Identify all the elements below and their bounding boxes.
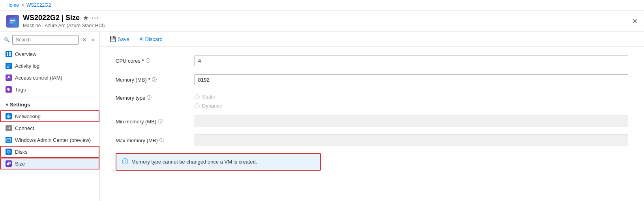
cpu-cores-label-text: CPU cores [116, 58, 140, 64]
save-button[interactable]: 💾 Save [108, 35, 131, 43]
connect-icon [6, 125, 12, 131]
search-clear-button[interactable]: ✕ [81, 36, 88, 43]
sidebar-item-access-control[interactable]: Access control (IAM) [0, 72, 99, 84]
memory-required-star: * [148, 77, 150, 83]
save-icon: 💾 [109, 36, 116, 42]
min-memory-input [195, 115, 628, 127]
page-header: WS2022G2 | Size ★ ··· Machine - Azure Ar… [0, 11, 644, 32]
cpu-cores-row: CPU cores * ⓘ [116, 54, 628, 67]
static-label: Static [202, 94, 215, 100]
min-memory-row: Min memory (MB) ⓘ [116, 115, 628, 128]
overview-icon [6, 51, 12, 57]
sidebar: 🔍 ✕ « Overview Activity [0, 32, 100, 201]
memory-mb-label-text: Memory (MB) [116, 77, 147, 83]
info-banner: ⓘ Memory type cannot be changed once a V… [116, 153, 321, 171]
info-banner-icon: ⓘ [122, 158, 128, 166]
save-label: Save [118, 36, 129, 42]
sidebar-item-tags[interactable]: Tags [0, 84, 99, 95]
resource-icon [6, 15, 19, 28]
header-subtitle: Machine - Azure Arc (Azure Stack HCI) [23, 23, 638, 28]
max-memory-label: Max memory (MB) ⓘ [116, 137, 195, 144]
cpu-required-star: * [142, 58, 144, 64]
activity-log-icon [6, 63, 12, 69]
settings-label: Settings [10, 102, 30, 108]
sidebar-item-label-activity-log: Activity log [15, 63, 39, 69]
max-memory-row: Max memory (MB) ⓘ [116, 134, 628, 147]
discard-icon: ✕ [139, 36, 144, 42]
svg-rect-18 [8, 162, 11, 164]
sidebar-item-label-disks: Disks [15, 149, 28, 155]
sidebar-item-label-connect: Connect [15, 125, 34, 131]
form-content: CPU cores * ⓘ Memory (MB) * ⓘ [100, 47, 644, 201]
cpu-cores-label: CPU cores * ⓘ [116, 58, 195, 64]
sidebar-item-overview[interactable]: Overview [0, 48, 99, 60]
memory-type-label: Memory type ⓘ [116, 94, 195, 101]
close-button[interactable]: ✕ [632, 17, 638, 26]
sidebar-item-connect[interactable]: Connect [0, 122, 99, 134]
svg-rect-14 [7, 138, 11, 141]
svg-rect-0 [9, 18, 16, 24]
svg-rect-5 [7, 54, 8, 56]
sidebar-divider [0, 97, 99, 97]
wac-icon [6, 137, 12, 143]
dynamic-radio[interactable] [195, 103, 200, 108]
sidebar-item-networking[interactable]: Networking [0, 110, 99, 122]
svg-rect-6 [9, 54, 11, 56]
toolbar: 💾 Save ✕ Discard [100, 32, 644, 47]
memory-mb-input[interactable] [195, 74, 628, 85]
header-text: WS2022G2 | Size ★ ··· Machine - Azure Ar… [23, 14, 638, 28]
breadcrumb-home[interactable]: Home [6, 2, 19, 8]
discard-label: Discard [145, 36, 163, 42]
settings-section-header[interactable]: ∨ Settings [0, 99, 99, 110]
sidebar-item-disks[interactable]: Disks [0, 146, 99, 158]
favorite-star[interactable]: ★ [83, 14, 88, 22]
sidebar-item-label-tags: Tags [15, 87, 26, 93]
svg-rect-9 [7, 67, 9, 68]
iam-icon [6, 74, 12, 81]
min-memory-info-icon[interactable]: ⓘ [158, 118, 163, 125]
sidebar-item-label-wac: Windows Admin Center (preview) [15, 137, 91, 143]
more-options[interactable]: ··· [92, 15, 99, 22]
breadcrumb: Home > WS2022G2 [0, 0, 644, 11]
main-content: 💾 Save ✕ Discard CPU cores * ⓘ [100, 32, 644, 201]
max-memory-label-text: Max memory (MB) [116, 138, 158, 143]
sidebar-item-label-iam: Access control (IAM) [15, 75, 62, 81]
memory-mb-row: Memory (MB) * ⓘ [116, 73, 628, 86]
cpu-info-icon[interactable]: ⓘ [146, 58, 150, 64]
memory-mb-label: Memory (MB) * ⓘ [116, 76, 195, 83]
disks-icon [6, 149, 12, 155]
discard-button[interactable]: ✕ Discard [137, 35, 164, 43]
breadcrumb-separator: > [21, 2, 24, 8]
sidebar-item-wac[interactable]: Windows Admin Center (preview) [0, 134, 99, 146]
static-radio[interactable] [195, 94, 200, 99]
breadcrumb-current[interactable]: WS2022G2 [26, 2, 51, 8]
sidebar-item-label-overview: Overview [15, 51, 36, 57]
cpu-cores-input[interactable] [195, 56, 628, 66]
info-banner-text: Memory type cannot be changed once a VM … [131, 159, 257, 165]
max-memory-input [195, 134, 628, 146]
header-title: WS2022G2 | Size ★ ··· [23, 14, 638, 22]
title-text: WS2022G2 | Size [23, 14, 80, 22]
memory-info-icon[interactable]: ⓘ [152, 76, 157, 83]
dynamic-label: Dynamic [202, 103, 222, 109]
sidebar-item-label-networking: Networking [15, 114, 41, 119]
memory-type-info-icon[interactable]: ⓘ [147, 95, 152, 101]
settings-chevron: ∨ [6, 102, 8, 107]
static-option[interactable]: Static [195, 94, 628, 100]
max-memory-info-icon[interactable]: ⓘ [159, 137, 164, 144]
size-icon [6, 160, 12, 167]
memory-type-row: Memory type ⓘ Static Dynamic [116, 92, 628, 109]
dynamic-option[interactable]: Dynamic [195, 103, 628, 109]
memory-type-options: Static Dynamic [195, 94, 628, 109]
sidebar-search-container: 🔍 ✕ « [0, 32, 99, 48]
svg-rect-3 [7, 52, 8, 54]
search-input[interactable] [12, 35, 79, 45]
sidebar-collapse-button[interactable]: « [90, 36, 96, 43]
sidebar-item-size[interactable]: Size [0, 158, 99, 169]
svg-rect-1 [10, 20, 15, 21]
tags-icon [6, 86, 12, 93]
svg-point-11 [7, 88, 8, 89]
sidebar-item-label-size: Size [15, 161, 25, 167]
memory-type-label-text: Memory type [116, 95, 145, 101]
sidebar-item-activity-log[interactable]: Activity log [0, 60, 99, 72]
